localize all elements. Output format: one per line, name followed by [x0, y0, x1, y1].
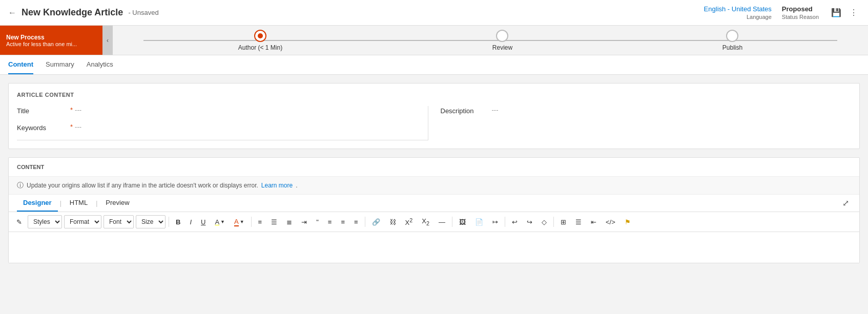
- code-block-icon: </>: [606, 218, 615, 226]
- title-value[interactable]: ---: [75, 106, 81, 114]
- quote-icon: ": [316, 218, 319, 226]
- highlight-icon: A: [215, 218, 219, 226]
- subscript-icon: X2: [422, 217, 429, 226]
- info-icon: ⓘ: [17, 181, 24, 190]
- toolbar-sep-2: [251, 217, 252, 227]
- tab-summary[interactable]: Summary: [46, 55, 74, 74]
- table-row-icon: ☰: [575, 218, 582, 226]
- clean-format-button[interactable]: ✎: [13, 216, 26, 228]
- language-label: Language: [747, 14, 772, 20]
- step-label-review: Review: [492, 44, 512, 51]
- language-section: English - United States Language: [704, 5, 772, 20]
- save-button[interactable]: 💾: [829, 6, 843, 19]
- size-select[interactable]: Size: [136, 215, 166, 228]
- info-period: .: [296, 182, 297, 189]
- align-right-icon: ≡: [341, 218, 345, 226]
- table-col-button[interactable]: ⇤: [587, 216, 600, 228]
- font-color-icon: A: [234, 218, 239, 226]
- info-text: Update your origins allow list if any if…: [27, 182, 258, 189]
- template-button[interactable]: 📄: [471, 216, 487, 228]
- italic-button[interactable]: I: [186, 216, 195, 228]
- toolbar-sep-6: [553, 217, 554, 227]
- underline-button[interactable]: U: [197, 216, 209, 228]
- table-row-button[interactable]: ☰: [572, 216, 585, 228]
- list-ordered-icon: ☰: [271, 218, 277, 226]
- link-button[interactable]: 🔗: [368, 216, 384, 228]
- status-section: Proposed Status Reason: [782, 5, 819, 20]
- superscript-icon: X2: [405, 217, 413, 226]
- unsaved-label: - Unsaved: [128, 9, 158, 16]
- flag-button[interactable]: ⚑: [621, 216, 634, 228]
- list-unordered-button[interactable]: ≣: [283, 216, 296, 228]
- header-left: ← New Knowledge Article - Unsaved: [8, 7, 159, 18]
- learn-more-link[interactable]: Learn more: [261, 182, 293, 189]
- status-value: Proposed: [782, 5, 819, 13]
- image-button[interactable]: 🖼: [456, 216, 469, 228]
- special-char-icon: —: [439, 218, 445, 226]
- superscript-button[interactable]: X2: [402, 215, 417, 228]
- field-group-description: Description ---: [441, 106, 852, 115]
- font-select[interactable]: Font: [104, 215, 134, 228]
- editor-expand-button[interactable]: ⤢: [840, 196, 851, 210]
- align-left-icon: ≡: [258, 218, 262, 226]
- status-label: Status Reason: [782, 14, 819, 20]
- template-icon: 📄: [475, 218, 483, 226]
- language-link[interactable]: English - United States: [704, 5, 772, 13]
- styles-select[interactable]: Styles: [28, 215, 62, 228]
- back-button[interactable]: ←: [8, 8, 16, 17]
- bold-button[interactable]: B: [172, 216, 184, 228]
- undo-button[interactable]: ↩: [508, 216, 521, 228]
- tab-content[interactable]: Content: [8, 55, 33, 74]
- header-right: English - United States Language Propose…: [704, 5, 860, 20]
- process-collapse-button[interactable]: ‹: [102, 26, 113, 55]
- tab-sep-1: |: [58, 200, 64, 207]
- editor-tab-designer[interactable]: Designer: [17, 195, 58, 212]
- toolbar-sep-5: [505, 217, 505, 227]
- keywords-required: *: [70, 123, 73, 131]
- align-left-button[interactable]: ≡: [255, 216, 266, 228]
- special-char-button[interactable]: —: [435, 216, 449, 228]
- step-circle-publish: [726, 30, 738, 42]
- align-center-button[interactable]: ≡: [324, 216, 336, 228]
- quote-button[interactable]: ": [313, 216, 322, 228]
- toolbar-sep-4: [452, 217, 452, 227]
- step-circle-author: [254, 30, 266, 42]
- tabs-bar: Content Summary Analytics: [0, 55, 868, 75]
- highlight-button[interactable]: A ▼: [211, 216, 229, 228]
- indent-button[interactable]: ⇥: [298, 216, 311, 228]
- redo-button[interactable]: ↪: [523, 216, 536, 228]
- process-bar: New Process Active for less than one mi.…: [0, 26, 868, 55]
- list-unordered-icon: ≣: [286, 218, 292, 226]
- source-button[interactable]: ◇: [538, 216, 550, 228]
- list-ordered-button[interactable]: ☰: [267, 216, 281, 228]
- editor-tab-html[interactable]: HTML: [64, 195, 94, 212]
- align-justify-icon: ≡: [354, 218, 358, 226]
- field-group-title: Title * ---: [17, 106, 428, 115]
- unlink-icon: ⛓: [389, 218, 396, 226]
- tab-analytics[interactable]: Analytics: [87, 55, 113, 74]
- table-icon: ⊞: [561, 218, 566, 226]
- editor-area[interactable]: [9, 232, 859, 263]
- unlink-button[interactable]: ⛓: [386, 216, 400, 228]
- step-label-publish: Publish: [722, 44, 742, 51]
- align-right-button[interactable]: ≡: [337, 216, 348, 228]
- align-justify-button[interactable]: ≡: [350, 216, 362, 228]
- new-process-label: New Process Active for less than one mi.…: [0, 26, 102, 55]
- keywords-label: Keywords: [17, 123, 68, 132]
- ltr-button[interactable]: ↦: [489, 216, 502, 228]
- code-block-button[interactable]: </>: [602, 216, 619, 228]
- description-value[interactable]: ---: [492, 106, 499, 114]
- highlight-dropdown-icon: ▼: [220, 219, 225, 224]
- title-required: *: [70, 106, 73, 114]
- editor-tab-preview[interactable]: Preview: [99, 195, 135, 212]
- font-color-button[interactable]: A ▼: [231, 216, 248, 228]
- ltr-icon: ↦: [492, 218, 498, 226]
- content-section: CONTENT ⓘ Update your origins allow list…: [8, 157, 860, 263]
- indent-icon: ⇥: [301, 218, 307, 226]
- subscript-button[interactable]: X2: [418, 215, 433, 228]
- format-select[interactable]: Format: [64, 215, 101, 228]
- table-button[interactable]: ⊞: [557, 216, 570, 228]
- info-bar: ⓘ Update your origins allow list if any …: [9, 177, 859, 195]
- keywords-value[interactable]: ---: [75, 123, 81, 131]
- more-options-button[interactable]: ⋮: [848, 6, 860, 19]
